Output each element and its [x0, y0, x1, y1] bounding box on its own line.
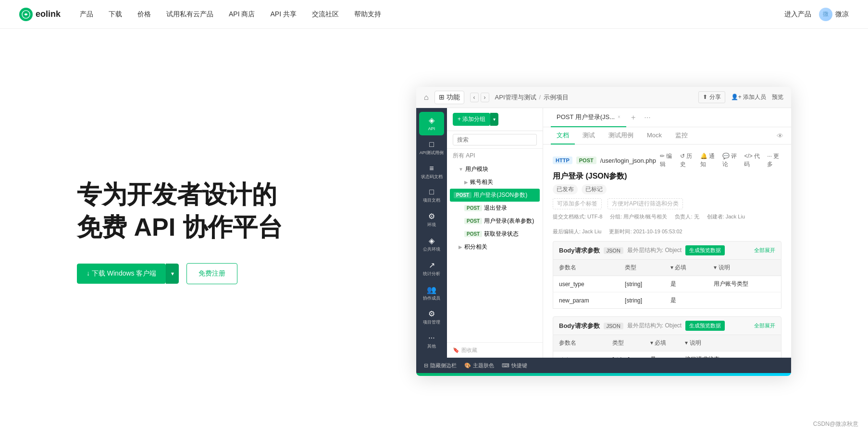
add-group-arrow-btn[interactable]: ▾: [490, 113, 498, 126]
logo[interactable]: eolink: [19, 8, 61, 21]
tree-api-logout[interactable]: POST 退出登录: [447, 202, 543, 215]
c-tab-test[interactable]: 测试: [577, 127, 601, 145]
c-tab-mock[interactable]: Mock: [641, 127, 668, 145]
history-btn[interactable]: ↺ 历史: [680, 152, 694, 169]
notify-btn[interactable]: 🔔 通知: [700, 152, 717, 169]
edit-btn[interactable]: ✏ 编辑: [660, 152, 674, 169]
tree-group-points[interactable]: ▶ 积分相关: [447, 241, 543, 253]
share-btn[interactable]: ⬆ 分享: [698, 91, 725, 103]
expand-all-btn[interactable]: 全部展开: [754, 247, 775, 254]
tree-api-login-json[interactable]: POST 用户登录(JSON参数): [450, 189, 540, 202]
nav-link-api-share[interactable]: API 共享: [270, 10, 296, 19]
tab-add-btn[interactable]: +: [627, 113, 639, 122]
tree-api-login-json-label: 用户登录(JSON参数): [473, 191, 527, 199]
api-tag-actions: 可添加多个标签 方便对API进行筛选和分类: [553, 198, 781, 209]
resp-param-required-1: 是: [645, 351, 679, 358]
param-desc-1: 用户账号类型: [708, 276, 781, 292]
comment-btn[interactable]: 💬 评论: [722, 152, 739, 169]
eye-btn[interactable]: 👁: [777, 132, 783, 140]
tree-group-user-module[interactable]: ▼ 用户模块: [447, 163, 543, 176]
enter-product-btn[interactable]: 进入产品: [784, 10, 811, 19]
sidebar-item-env[interactable]: ⚙ 环境: [419, 208, 444, 231]
test-case-icon: □: [429, 140, 434, 149]
add-member-btn[interactable]: 👤+ 添加人员: [731, 93, 766, 101]
tree-bookmark-btn[interactable]: 🔖 图收藏: [453, 347, 537, 354]
sidebar-item-stats[interactable]: ↗ 统计分析: [419, 257, 444, 280]
tree-api-login-form-label: 用户登录(表单参数): [484, 217, 534, 225]
generate-preview-btn[interactable]: 生成预览数据: [685, 245, 725, 255]
sidebar-item-project-mgmt[interactable]: ⚙ 项目管理: [419, 305, 444, 329]
info-owner: 负责人: 无: [675, 213, 699, 220]
sidebar-item-project-doc[interactable]: □ 项目文档: [419, 184, 444, 207]
generate-response-preview-btn[interactable]: 生成预览数据: [685, 321, 725, 331]
tree-group-user-module-label: 用户模块: [465, 165, 488, 173]
app-body: ◈ API □ API测试用例 ≡ 状态码文档 □ 项目文档: [416, 108, 791, 358]
sidebar-item-status-doc[interactable]: ≡ 状态码文档: [419, 160, 444, 183]
free-register-btn[interactable]: 免费注册: [186, 263, 237, 284]
resp-col-param-name: 参数名: [553, 335, 607, 351]
api-tags: 已发布 已标记: [553, 184, 781, 194]
c-tab-monitor[interactable]: 监控: [670, 127, 694, 145]
nav-link-community[interactable]: 交流社区: [312, 10, 339, 19]
sidebar-item-api[interactable]: ◈ API: [419, 112, 444, 135]
tree-api-login-form[interactable]: POST 用户登录(表单参数): [447, 215, 543, 228]
sidebar-label-api: API: [428, 126, 435, 132]
bookmark-label: 图收藏: [461, 347, 477, 354]
param-required-1: 是: [665, 276, 708, 292]
c-tab-test-case-label: 测试用例: [608, 131, 633, 140]
nav-buttons: ‹ ›: [470, 93, 489, 102]
c-tab-doc[interactable]: 文档: [551, 127, 575, 145]
logo-icon: [19, 8, 33, 21]
tab-more-btn[interactable]: ···: [640, 113, 654, 122]
gradient-band: [416, 373, 791, 376]
param-required-2: 是: [665, 292, 708, 309]
theme-btn[interactable]: 🎨 主题肤色: [464, 362, 494, 369]
tree-api-get-status-label: 获取登录状态: [484, 230, 519, 238]
hide-sidebar-btn[interactable]: ⊟ 隐藏侧边栏: [424, 362, 457, 369]
code-btn[interactable]: </> 代码: [744, 152, 761, 169]
sidebar-item-members[interactable]: 👥 协作成员: [419, 281, 444, 305]
feature-grid-btn[interactable]: ⊞ 功能: [434, 91, 464, 104]
tree-group-account-label: 账号相关: [470, 178, 493, 186]
body-params-section: Body请求参数 JSON 最外层结构为: Object 生成预览数据 全部展开…: [553, 241, 781, 309]
nav-link-help[interactable]: 帮助支持: [354, 10, 381, 19]
nav-back-btn[interactable]: ‹: [470, 93, 479, 102]
sidebar-item-public-env[interactable]: ◈ 公共环境: [419, 232, 444, 256]
col-required: ▾ 必填: [665, 260, 708, 276]
user-avatar[interactable]: 微 微凉: [819, 8, 849, 21]
tree-arrow-points-icon: ▶: [459, 244, 462, 250]
resp-col-desc: ▾ 说明: [679, 335, 781, 351]
home-icon[interactable]: ⌂: [424, 93, 429, 102]
search-input[interactable]: [453, 134, 537, 145]
expand-all-response-btn[interactable]: 全部展开: [754, 322, 775, 329]
tab-close-btn[interactable]: ×: [618, 114, 620, 120]
sidebar-label-status-doc: 状态码文档: [421, 174, 443, 180]
all-api-label: 所有 API: [447, 149, 543, 163]
sidebar-item-test-case[interactable]: □ API测试用例: [419, 136, 444, 159]
nav-link-api-shop[interactable]: API 商店: [229, 10, 255, 19]
tree-group-account[interactable]: ▶ 账号相关: [447, 176, 543, 189]
add-tag-hint[interactable]: 可添加多个标签: [553, 198, 602, 209]
sidebar-label-project-doc: 项目文档: [423, 198, 440, 203]
nav-forward-btn[interactable]: ›: [481, 93, 489, 102]
preview-btn[interactable]: 预览: [772, 93, 783, 101]
download-arrow-btn[interactable]: ▾: [166, 264, 179, 284]
nav-link-download[interactable]: 下载: [109, 10, 122, 19]
add-group-btn[interactable]: + 添加分组: [453, 113, 490, 126]
tree-api-get-status[interactable]: POST 获取登录状态: [447, 228, 543, 241]
shortcut-btn[interactable]: ⌨ 快捷键: [502, 362, 527, 369]
nav-link-product[interactable]: 产品: [80, 10, 93, 19]
method-badge: POST: [576, 157, 596, 164]
nav-link-trial[interactable]: 试用私有云产品: [166, 10, 213, 19]
categorize-hint[interactable]: 方便对API进行筛选和分类: [608, 198, 683, 209]
add-group-button-group: + 添加分组 ▾: [453, 113, 498, 126]
nav-link-price[interactable]: 价格: [137, 10, 151, 19]
other-icon: ···: [428, 334, 434, 342]
nav-links: 产品 下载 价格 试用私有云产品 API 商店 API 共享 交流社区 帮助支持: [80, 10, 784, 19]
main-tab-active[interactable]: POST 用户登录(JS... ×: [551, 108, 626, 127]
more-toolbar-btn[interactable]: ··· 更多: [767, 152, 781, 169]
hide-sidebar-label: 隐藏侧边栏: [430, 362, 457, 369]
c-tab-test-case[interactable]: 测试用例: [603, 127, 639, 145]
download-btn[interactable]: ↓ 下载 Windows 客户端: [77, 264, 166, 284]
sidebar-item-other[interactable]: ··· 其他: [419, 330, 444, 353]
